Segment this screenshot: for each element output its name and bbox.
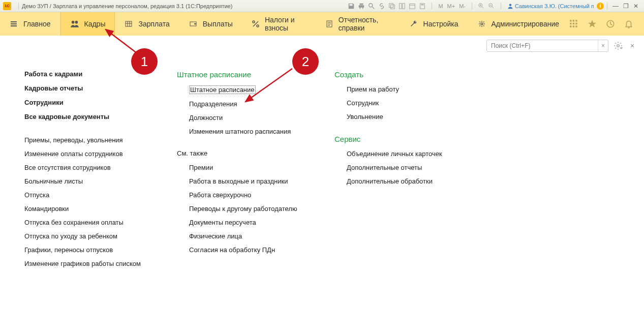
- svg-rect-37: [570, 23, 571, 24]
- link-vse-kadrovye-dokumenty[interactable]: Все кадровые документы: [24, 113, 146, 120]
- svg-rect-9: [421, 4, 424, 5]
- svg-point-19: [75, 21, 78, 24]
- nav-apps: [569, 12, 644, 36]
- link-rabota-sverhurochno[interactable]: Работа сверхурочно: [189, 191, 304, 199]
- nav-main[interactable]: Главное: [0, 12, 60, 36]
- wallet-icon: [189, 19, 198, 28]
- nav-label: Кадры: [84, 20, 106, 28]
- link-rabota-s-kadrami[interactable]: Работа с кадрами: [24, 70, 146, 78]
- svg-point-0: [369, 3, 373, 7]
- link-uvolnenie[interactable]: Увольнение: [347, 113, 477, 120]
- memory-mplus-button[interactable]: М+: [446, 3, 456, 9]
- restore-button[interactable]: ❐: [621, 2, 631, 10]
- link-obedinenie-kartochek[interactable]: Объединение личных карточек: [347, 150, 477, 158]
- user-link[interactable]: Савинская З.Ю. (Системный прог...: [507, 3, 594, 9]
- link-perevody-rabotodatelyu[interactable]: Переводы к другому работодателю: [189, 205, 304, 213]
- bell-icon[interactable]: [624, 19, 634, 29]
- nav-nalogi[interactable]: Налоги и взносы: [242, 12, 316, 36]
- link-otpuska[interactable]: Отпуска: [24, 191, 146, 199]
- separator: [18, 3, 19, 10]
- link-dokumenty-persucheta[interactable]: Документы персучета: [189, 219, 304, 226]
- print-icon[interactable]: [357, 2, 365, 10]
- zoom-in-icon[interactable]: [477, 2, 485, 10]
- copy-icon[interactable]: [388, 2, 396, 10]
- link-premii[interactable]: Премии: [189, 164, 304, 171]
- user-name: Савинская З.Ю. (Системный прог...: [515, 3, 594, 9]
- svg-rect-42: [575, 25, 577, 27]
- toolbar-icons: М М+ М-: [347, 2, 504, 10]
- link-soglasiya-pdn[interactable]: Согласия на обработку ПДн: [189, 246, 304, 254]
- link-kadrovye-otchety[interactable]: Кадровые отчеты: [24, 84, 146, 92]
- nav-label: Администрирование: [492, 20, 560, 28]
- link-icon[interactable]: [378, 2, 386, 10]
- window-title: Демо ЗУП / Зарплата и управление персона…: [22, 3, 232, 9]
- calendar-icon[interactable]: [408, 2, 416, 10]
- nav-nastroika[interactable]: Настройка: [400, 12, 468, 36]
- separator: [472, 3, 472, 10]
- link-dop-obrabotki[interactable]: Дополнительные обработки: [347, 177, 477, 185]
- link-sotrudnik[interactable]: Сотрудник: [347, 99, 477, 107]
- nav-zarplata[interactable]: Зарплата: [115, 12, 179, 36]
- close-panel-button[interactable]: ×: [628, 41, 637, 50]
- svg-point-44: [617, 45, 620, 47]
- settings-gear-icon[interactable]: ▾: [612, 40, 624, 51]
- link-izmenenie-oplaty[interactable]: Изменение оплаты сотрудников: [24, 150, 146, 158]
- separator: [607, 3, 607, 10]
- svg-point-26: [253, 21, 255, 23]
- star-icon[interactable]: [587, 19, 597, 29]
- link-bolnichnye[interactable]: Больничные листы: [24, 177, 146, 185]
- link-grafiki-perenosy[interactable]: Графики, переносы отпусков: [24, 246, 146, 254]
- nav-kadry[interactable]: Кадры: [60, 12, 115, 36]
- svg-rect-20: [126, 21, 132, 26]
- apps-grid-icon[interactable]: [569, 19, 579, 29]
- memory-mminus-button[interactable]: М-: [458, 3, 467, 9]
- link-izmeneniya-shtatnogo[interactable]: Изменения штатного расписания: [189, 128, 304, 135]
- report-icon: [325, 19, 333, 28]
- history-icon[interactable]: [605, 19, 616, 29]
- search-icon[interactable]: [367, 2, 376, 10]
- close-window-button[interactable]: ✕: [631, 2, 641, 10]
- column-3: Создать Прием на работу Сотрудник Увольн…: [334, 70, 477, 274]
- search-input[interactable]: [487, 42, 598, 49]
- nav-otchetnost[interactable]: Отчетность, справки: [316, 12, 400, 36]
- nav-admin[interactable]: Администрирование: [468, 12, 569, 36]
- link-otpuska-po-uhodu[interactable]: Отпуска по уходу за ребенком: [24, 232, 146, 240]
- clear-search-button[interactable]: ×: [598, 40, 608, 51]
- link-sotrudniki[interactable]: Сотрудники: [24, 99, 146, 106]
- link-otpuska-bez-sohraneniya[interactable]: Отпуска без сохранения оплаты: [24, 219, 146, 226]
- wrench-icon: [409, 19, 418, 28]
- link-dop-otchety[interactable]: Дополнительные отчеты: [347, 164, 477, 171]
- link-komandirovki[interactable]: Командировки: [24, 205, 146, 213]
- zoom-out-icon[interactable]: [487, 2, 496, 10]
- column-1: Работа с кадрами Кадровые отчеты Сотрудн…: [24, 70, 146, 274]
- minimize-button[interactable]: —: [610, 2, 621, 10]
- svg-rect-41: [573, 25, 574, 27]
- memory-m-button[interactable]: М: [437, 3, 444, 9]
- focused-link-label: Штатное расписание: [189, 85, 256, 94]
- link-izmenenie-grafikov[interactable]: Изменение графиков работы списком: [24, 260, 146, 267]
- link-rabota-vyhodnye[interactable]: Работа в выходные и праздники: [189, 177, 304, 185]
- section-servis: Сервис: [334, 135, 477, 143]
- svg-line-1: [372, 6, 374, 8]
- link-shtatnoe-raspisanie[interactable]: Штатное расписание: [189, 85, 304, 94]
- svg-rect-38: [573, 23, 574, 24]
- calculator-icon[interactable]: [418, 2, 426, 10]
- section-shtatnoe-raspisanie: Штатное расписание: [177, 70, 304, 79]
- compare-icon[interactable]: [398, 2, 406, 10]
- table-icon: [124, 19, 133, 28]
- link-podrazdeleniya[interactable]: Подразделения: [189, 100, 304, 108]
- link-dolzhnosti[interactable]: Должности: [189, 114, 304, 122]
- link-priem-na-rabotu[interactable]: Прием на работу: [347, 85, 477, 93]
- info-icon[interactable]: i: [597, 3, 604, 10]
- nav-label: Главное: [23, 20, 51, 28]
- link-vse-otsutstviya[interactable]: Все отсутствия сотрудников: [24, 164, 146, 171]
- link-priemy-perevody[interactable]: Приемы, переводы, увольнения: [24, 136, 146, 144]
- nav-vyplaty[interactable]: Выплаты: [179, 12, 242, 36]
- app-logo-icon: 1C: [3, 2, 11, 10]
- nav-label: Настройка: [423, 20, 458, 28]
- svg-rect-40: [570, 25, 571, 27]
- link-fizicheskie-lica[interactable]: Физические лица: [189, 232, 304, 240]
- svg-rect-34: [570, 20, 571, 21]
- gear-icon: [477, 19, 486, 28]
- save-icon[interactable]: [347, 2, 355, 10]
